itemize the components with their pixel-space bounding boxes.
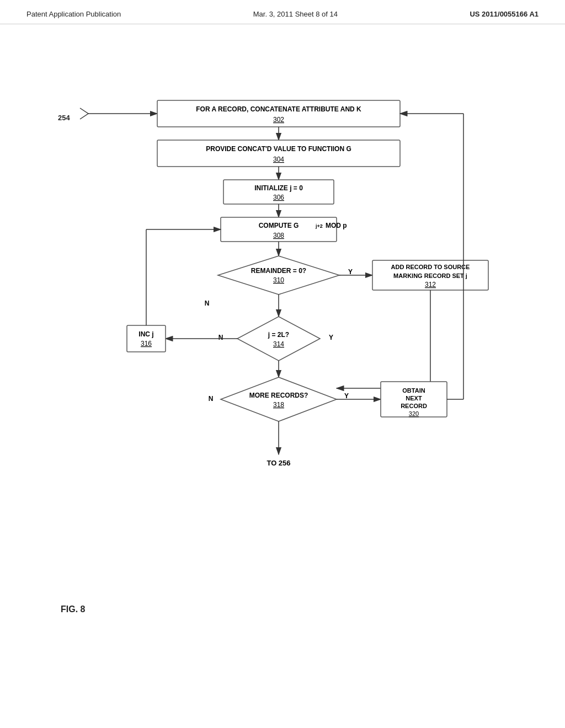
svg-text:310: 310	[273, 276, 284, 284]
svg-text:OBTAIN: OBTAIN	[402, 387, 425, 394]
svg-marker-20	[218, 256, 339, 295]
svg-text:N: N	[209, 395, 214, 403]
svg-text:316: 316	[141, 340, 152, 347]
flowchart-svg: FOR A RECORD, CONCATENATE ATTRIBUTE AND …	[55, 68, 508, 647]
svg-text:306: 306	[273, 194, 284, 201]
svg-marker-45	[221, 377, 337, 421]
page-header: Patent Application Publication Mar. 3, 2…	[0, 0, 565, 24]
svg-marker-31	[237, 317, 320, 361]
header-center: Mar. 3, 2011 Sheet 8 of 14	[253, 10, 338, 18]
svg-text:312: 312	[425, 281, 436, 288]
svg-text:Y: Y	[344, 392, 349, 400]
svg-text:N: N	[218, 334, 223, 341]
svg-text:Y: Y	[348, 268, 353, 276]
svg-text:INC j: INC j	[138, 330, 153, 338]
svg-text:NEXT: NEXT	[406, 395, 422, 402]
svg-text:318: 318	[273, 401, 284, 409]
header-right: US 2011/0055166 A1	[470, 10, 539, 18]
svg-text:Y: Y	[329, 334, 333, 341]
svg-text:N: N	[205, 299, 210, 307]
svg-text:j+2: j+2	[315, 223, 323, 229]
diagram-area: 254 FOR A RECORD, CONCATENATE ATTRIBUTE …	[0, 24, 565, 686]
svg-rect-37	[127, 325, 166, 352]
svg-text:320: 320	[409, 410, 419, 417]
svg-text:308: 308	[273, 232, 284, 239]
svg-text:314: 314	[273, 340, 284, 348]
svg-text:MARKING RECORD SET j: MARKING RECORD SET j	[393, 272, 467, 279]
svg-text:j = 2L?: j = 2L?	[268, 331, 289, 339]
header-left: Patent Application Publication	[26, 10, 121, 18]
svg-text:FOR A RECORD, CONCATENATE ATTR: FOR A RECORD, CONCATENATE ATTRIBUTE AND …	[196, 105, 361, 113]
figure-label: FIG. 8	[61, 604, 85, 614]
svg-text:TO 256: TO 256	[266, 459, 290, 467]
svg-text:ADD RECORD TO SOURCE: ADD RECORD TO SOURCE	[391, 264, 470, 270]
svg-text:RECORD: RECORD	[401, 403, 427, 409]
svg-text:PROVIDE CONCAT'D VALUE TO FUNC: PROVIDE CONCAT'D VALUE TO FUNCTIION G	[206, 145, 351, 153]
svg-text:302: 302	[273, 116, 284, 124]
svg-text:INITIALIZE j = 0: INITIALIZE j = 0	[254, 184, 303, 192]
svg-text:REMAINDER = 0?: REMAINDER = 0?	[251, 267, 306, 275]
svg-text:MOD p: MOD p	[326, 222, 347, 229]
svg-text:MORE RECORDS?: MORE RECORDS?	[249, 392, 308, 399]
svg-text:304: 304	[273, 156, 284, 163]
svg-text:COMPUTE G: COMPUTE G	[259, 222, 299, 229]
